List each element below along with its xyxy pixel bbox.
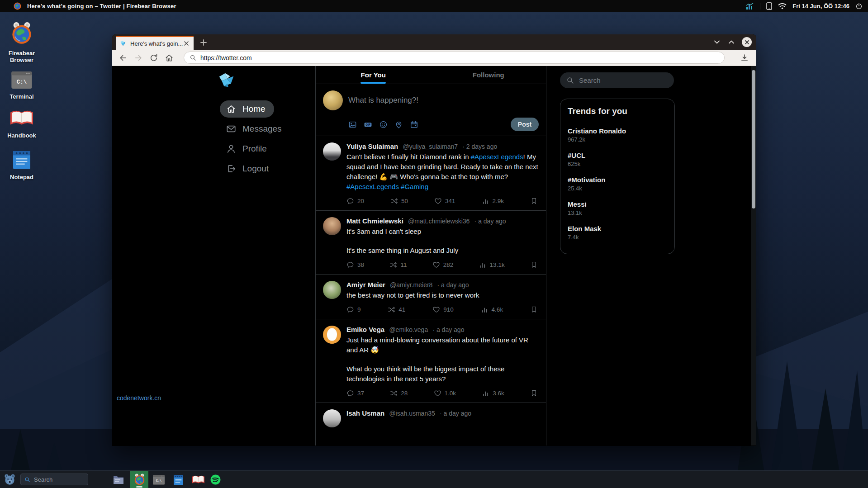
trend-item[interactable]: Elon Mask 7.4k xyxy=(568,225,667,241)
current-user-avatar[interactable] xyxy=(323,90,343,110)
avatar[interactable] xyxy=(323,409,341,427)
repost-button[interactable]: 11 xyxy=(389,261,407,269)
tweet[interactable]: Yuliya Sulaiman @yuliya_sulaiman7 · 2 da… xyxy=(316,136,546,211)
repost-button[interactable]: 28 xyxy=(390,389,408,397)
back-icon[interactable] xyxy=(119,53,128,62)
taskbar-app-notepad[interactable] xyxy=(173,471,184,488)
nav-item-home[interactable]: Home xyxy=(220,100,274,118)
desktop-icon-notepad[interactable]: Notepad xyxy=(0,149,43,180)
trend-item[interactable]: #UCL 625k xyxy=(568,152,667,167)
tab-close-icon[interactable] xyxy=(183,40,190,47)
tweet-author[interactable]: Matt Chmielewski xyxy=(346,217,403,225)
tweet-handle[interactable]: @amiyr.meier8 xyxy=(390,281,432,289)
taskbar-app-file-manager[interactable] xyxy=(113,471,124,488)
trend-item[interactable]: Cristiano Ronaldo 967.2k xyxy=(568,127,667,143)
taskbar-app-handbook[interactable] xyxy=(192,471,204,488)
new-tab-button[interactable] xyxy=(199,38,208,47)
reply-button[interactable]: 38 xyxy=(346,261,364,269)
bookmark-icon[interactable] xyxy=(530,197,538,205)
tweet-handle[interactable]: @emiko.vega xyxy=(389,326,428,333)
window-close-button[interactable] xyxy=(742,37,752,47)
avatar[interactable] xyxy=(323,281,341,299)
location-icon[interactable] xyxy=(394,120,403,129)
trend-item[interactable]: #Motivation 25.4k xyxy=(568,176,667,192)
url-bar[interactable]: https://twotter.com xyxy=(184,52,725,64)
tab-following[interactable]: Following xyxy=(431,66,546,84)
reply-button[interactable]: 37 xyxy=(346,389,364,397)
taskbar-app-terminal[interactable] xyxy=(152,471,165,488)
desktop-icon-terminal[interactable]: Terminal xyxy=(0,71,43,100)
avatar[interactable] xyxy=(323,142,341,161)
twotter-logo[interactable] xyxy=(216,71,237,91)
stats-chart-icon[interactable] xyxy=(746,3,754,10)
tab-for-you[interactable]: For You xyxy=(316,66,431,84)
tweet-author[interactable]: Yuliya Sulaiman xyxy=(346,142,398,150)
clock[interactable]: Fri 14 Jun, ÖÖ 12:46 xyxy=(792,3,849,9)
bookmark-icon[interactable] xyxy=(530,306,538,313)
tweet-handle[interactable]: @isah.usman35 xyxy=(389,410,435,417)
repost-button[interactable]: 50 xyxy=(390,197,408,205)
like-button[interactable]: 1.0k xyxy=(434,389,456,397)
scrollbar-track[interactable] xyxy=(751,66,756,445)
gif-icon[interactable] xyxy=(364,120,372,129)
post-button[interactable]: Post xyxy=(511,118,539,131)
desktop-icon-handbook[interactable]: Handbook xyxy=(0,109,43,139)
hashtag-link[interactable]: #Gaming xyxy=(401,183,428,190)
download-icon[interactable] xyxy=(740,53,749,62)
comment-icon xyxy=(346,261,354,269)
desktop-icon-fireabear-browser[interactable]: Fireabear Browser xyxy=(0,22,43,63)
desktop-icon-label: Handbook xyxy=(0,132,43,139)
repost-button[interactable]: 41 xyxy=(388,306,405,313)
chevron-up-icon[interactable] xyxy=(727,38,735,46)
bookmark-icon[interactable] xyxy=(530,261,538,269)
taskbar-app-spotify[interactable] xyxy=(209,471,221,488)
home-icon[interactable] xyxy=(165,53,174,62)
views-button[interactable]: 2.9k xyxy=(482,197,504,205)
chevron-down-icon[interactable] xyxy=(713,38,721,46)
search-input[interactable]: Search xyxy=(560,72,674,88)
emoji-icon[interactable] xyxy=(379,120,388,129)
tweet-partial[interactable]: Isah Usman @isah.usman35 · a day ago xyxy=(316,403,546,433)
url-text[interactable]: https://twotter.com xyxy=(200,54,252,62)
power-icon[interactable] xyxy=(855,3,863,10)
like-button[interactable]: 341 xyxy=(434,197,455,205)
codenetwork-link[interactable]: codenetwork.cn xyxy=(117,394,161,402)
views-button[interactable]: 3.6k xyxy=(482,389,504,397)
views-button[interactable]: 13.1k xyxy=(479,261,505,269)
hashtag-link[interactable]: #ApesexLegends xyxy=(346,183,399,190)
views-button[interactable]: 4.6k xyxy=(481,306,503,313)
nav-item-logout[interactable]: Logout xyxy=(220,160,277,177)
scrollbar-thumb[interactable] xyxy=(752,70,755,208)
browser-tab-active[interactable]: Here's what's goin... xyxy=(116,36,194,50)
reload-icon[interactable] xyxy=(149,53,158,62)
tweet-handle[interactable]: @yuliya_sulaiman7 xyxy=(403,143,458,150)
taskbar: Search xyxy=(0,470,868,488)
forward-icon[interactable] xyxy=(134,53,143,62)
reply-button[interactable]: 20 xyxy=(346,197,364,205)
reply-button[interactable]: 9 xyxy=(346,306,361,313)
tweet-author[interactable]: Isah Usman xyxy=(346,409,384,417)
like-button[interactable]: 282 xyxy=(432,261,454,269)
hashtag-link[interactable]: #ApesexLegends xyxy=(471,153,523,161)
taskbar-app-firebear-browser[interactable] xyxy=(130,471,148,488)
avatar[interactable] xyxy=(323,326,341,344)
nav-item-messages[interactable]: Messages xyxy=(220,120,290,137)
tweet[interactable]: Amiyr Meier @amiyr.meier8 · a day ago th… xyxy=(316,275,546,319)
trend-item[interactable]: Messi 13.1k xyxy=(568,200,667,216)
wifi-icon[interactable] xyxy=(778,3,787,9)
tweet-author[interactable]: Amiyr Meier xyxy=(346,281,385,289)
calendar-icon[interactable] xyxy=(410,120,418,129)
phone-icon[interactable] xyxy=(766,2,772,10)
tweet-author[interactable]: Emiko Vega xyxy=(346,326,384,333)
taskbar-search-input[interactable]: Search xyxy=(20,474,88,485)
tweet-handle[interactable]: @matt.chmielewski36 xyxy=(408,218,470,225)
tweet[interactable]: Matt Chmielewski @matt.chmielewski36 · a… xyxy=(316,211,546,275)
avatar[interactable] xyxy=(323,217,341,235)
compose-placeholder[interactable]: What is happening?! xyxy=(348,96,418,105)
nav-item-profile[interactable]: Profile xyxy=(220,140,275,157)
like-button[interactable]: 910 xyxy=(432,306,454,313)
tweet[interactable]: Emiko Vega @emiko.vega · a day ago Just … xyxy=(316,319,546,403)
bookmark-icon[interactable] xyxy=(530,389,538,397)
start-menu-bear-icon[interactable] xyxy=(4,474,16,486)
image-icon[interactable] xyxy=(348,120,357,129)
